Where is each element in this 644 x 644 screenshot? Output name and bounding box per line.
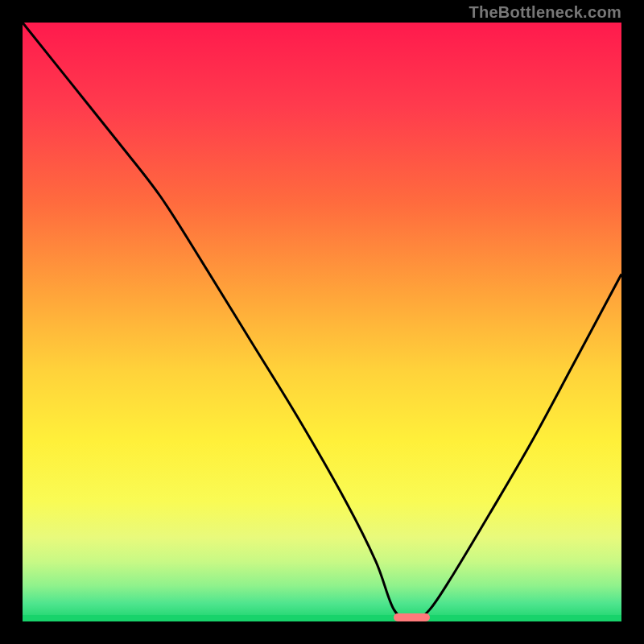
bottleneck-curve	[23, 23, 621, 621]
sweet-spot-marker	[394, 613, 430, 621]
watermark-text: TheBottleneck.com	[469, 3, 621, 22]
